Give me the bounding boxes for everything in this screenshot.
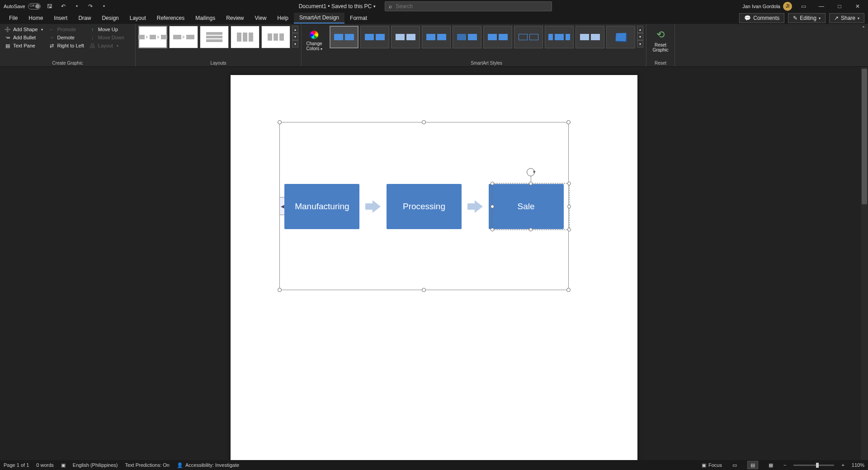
resize-handle[interactable] [491,182,494,185]
layout-option-2[interactable] [169,26,198,48]
scrollbar-thumb[interactable] [862,69,867,204]
document-title[interactable]: Document1 • Saved to this PC ▾ [299,3,376,9]
group-smartart-styles: ▴ ▾ ▾ SmartArt Styles [327,24,646,66]
tab-help[interactable]: Help [272,13,294,23]
smartart-shape-2[interactable]: Processing [387,184,462,229]
style-option-5[interactable] [453,26,481,48]
demote-button[interactable]: →Demote [47,34,85,41]
document-area[interactable]: ◀ Manufacturing Processing Sale [0,67,868,460]
move-up-button[interactable]: ↑Move Up [88,26,126,33]
tab-design[interactable]: Design [96,13,124,23]
tab-references[interactable]: References [151,13,190,23]
style-option-7[interactable] [514,26,543,48]
resize-handle[interactable] [529,228,533,231]
layout-option-5[interactable] [261,26,290,48]
search-box[interactable]: ⌕ [385,1,552,11]
arrow-left-icon: ← [48,26,55,33]
page[interactable]: ◀ Manufacturing Processing Sale [231,75,637,460]
minimize-icon[interactable]: ― [815,1,828,11]
layouts-scroll-down[interactable]: ▾ [292,33,298,40]
smartart-graphic[interactable]: ◀ Manufacturing Processing Sale [279,122,569,290]
add-shape-button[interactable]: ➕Add Shape▾ [3,26,45,33]
save-icon[interactable]: 🖫 [45,2,54,11]
resize-handle[interactable] [529,182,533,185]
share-button[interactable]: ↗Share▾ [829,13,864,23]
close-icon[interactable]: ✕ [851,1,864,11]
resize-handle[interactable] [567,205,571,208]
resize-handle[interactable] [567,228,571,231]
style-option-9[interactable] [576,26,604,48]
language-indicator[interactable]: English (Philippines) [73,462,118,468]
group-label: Layouts [138,60,298,66]
style-option-3[interactable] [391,26,420,48]
layouts-scroll-up[interactable]: ▴ [292,26,298,33]
styles-scroll-down[interactable]: ▾ [637,33,643,40]
layout-option-3[interactable] [200,26,229,48]
text-pane-button[interactable]: ▤Text Pane [3,42,45,49]
tab-mailings[interactable]: Mailings [190,13,221,23]
styles-scroll-up[interactable]: ▴ [637,26,643,33]
layout-option-4[interactable] [231,26,259,48]
tab-draw[interactable]: Draw [73,13,96,23]
maximize-icon[interactable]: □ [833,1,846,11]
zoom-out-button[interactable]: − [783,462,786,468]
resize-handle[interactable] [278,288,282,292]
comments-button[interactable]: 💬Comments [739,13,784,23]
style-option-6[interactable] [483,26,512,48]
spell-check-icon[interactable]: ▣ [61,462,66,468]
tab-insert[interactable]: Insert [48,13,73,23]
resize-handle[interactable] [567,182,571,185]
right-to-left-button[interactable]: ⇄Right to Left [47,42,85,49]
resize-handle[interactable] [491,228,494,231]
zoom-level[interactable]: 110% [852,462,864,468]
rotate-handle[interactable] [527,168,535,176]
style-option-4[interactable] [422,26,451,48]
styles-more[interactable]: ▾ [637,40,643,47]
focus-mode-button[interactable]: ▣Focus [702,462,722,468]
zoom-in-button[interactable]: + [841,462,844,468]
search-input[interactable] [396,3,548,9]
zoom-slider[interactable] [793,465,834,466]
web-layout-icon[interactable]: ▦ [765,461,776,469]
change-colors-button[interactable]: Change Colors ▾ [304,26,324,56]
redo-icon[interactable]: ↷ [86,2,95,11]
resize-handle[interactable] [491,205,494,208]
ribbon-display-icon[interactable]: ▭ [797,1,810,11]
style-option-1[interactable] [330,26,359,48]
smartart-shape-1[interactable]: Manufacturing [284,184,359,229]
resize-handle[interactable] [566,120,571,124]
account-button[interactable]: Jan Ivan Gordola JI [742,2,792,11]
undo-dropdown-icon[interactable]: ▾ [72,2,81,11]
add-bullet-button[interactable]: ≔Add Bullet [3,34,45,41]
tab-view[interactable]: View [250,13,272,23]
tab-layout[interactable]: Layout [124,13,151,23]
qat-customize-icon[interactable]: ▾ [99,2,108,11]
layouts-more[interactable]: ▾ [292,40,298,47]
tab-smartart-design[interactable]: SmartArt Design [294,13,344,24]
tab-format[interactable]: Format [344,13,373,23]
collapse-ribbon-icon[interactable]: ˄ [862,26,865,32]
page-indicator[interactable]: Page 1 of 1 [4,462,29,468]
avatar: JI [783,2,792,11]
word-count[interactable]: 0 words [36,462,54,468]
tab-review[interactable]: Review [221,13,249,23]
resize-handle[interactable] [278,120,282,124]
editing-mode-button[interactable]: ✎Editing▾ [788,13,826,23]
style-option-10[interactable] [606,26,635,48]
print-layout-icon[interactable]: ▤ [747,461,758,469]
vertical-scrollbar[interactable] [861,67,868,460]
reset-graphic-button[interactable]: ⟲ ResetGraphic [649,26,672,56]
layout-option-1[interactable] [138,26,167,48]
text-predictions[interactable]: Text Predictions: On [125,462,169,468]
accessibility-checker[interactable]: 👤Accessibility: Investigate [177,462,239,468]
style-option-2[interactable] [360,26,389,48]
style-option-8[interactable] [545,26,574,48]
undo-icon[interactable]: ↶ [59,2,68,11]
resize-handle[interactable] [422,120,426,124]
tab-home[interactable]: Home [23,13,48,23]
autosave-toggle[interactable]: AutoSave Off [4,3,41,9]
resize-handle[interactable] [566,288,571,292]
read-mode-icon[interactable]: ▭ [729,461,740,469]
resize-handle[interactable] [422,288,426,292]
tab-file[interactable]: File [4,13,23,23]
